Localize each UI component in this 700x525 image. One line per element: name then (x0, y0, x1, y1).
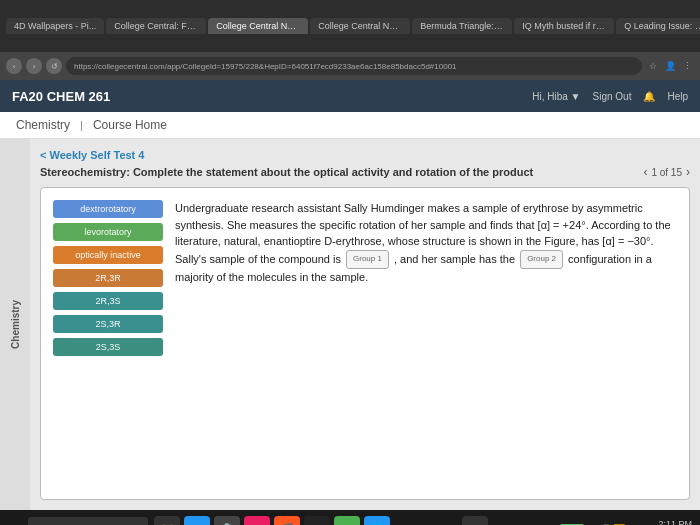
left-sidebar: Chemistry (0, 139, 30, 510)
taskbar: ⊞ here to search 📁 e 🔒 ◉ 🎵 ▣ ◈ 🌐 W 85% ∧… (0, 510, 700, 525)
counter-text: 1 of 15 (651, 167, 682, 178)
taskbar-search[interactable]: here to search (28, 517, 148, 525)
chrome-icon[interactable]: ◉ (244, 516, 270, 525)
choice-2r3s[interactable]: 2R,3S (53, 292, 163, 310)
help-link[interactable]: 🔔 (643, 91, 655, 102)
browser-tabs: 4D Wallpapers - Pi... College Central: F… (6, 18, 700, 34)
edge-icon[interactable]: e (184, 516, 210, 525)
forward-button[interactable]: › (26, 58, 42, 74)
page-area: FA20 CHEM 261 Hi, Hiba ▼ Sign Out 🔔 Help… (0, 80, 700, 510)
help-text[interactable]: Help (667, 91, 688, 102)
sub-header: Chemistry | Course Home (0, 112, 700, 139)
taskbar-right: 85% ∧ 🔊 📶 ENG 2:11 PM 9/6/2020 (560, 519, 692, 525)
question-counter: ‹ 1 of 15 › (643, 165, 690, 179)
content-area: Chemistry < Weekly Self Test 4 Stereoche… (0, 139, 700, 510)
group2-label: Group 2 (527, 254, 556, 263)
taskbar-middle: W (392, 516, 558, 525)
question-box: dextrorotatory levorotatory optically in… (40, 187, 690, 500)
choice-dextrorotatory[interactable]: dextrorotatory (53, 200, 163, 218)
group2-box[interactable]: Group 2 (520, 250, 563, 269)
breadcrumb-link[interactable]: < Weekly Self Test 4 (40, 149, 144, 161)
course-home-link[interactable]: Course Home (93, 118, 167, 132)
tab-college-fro[interactable]: College Central: Fro... (106, 18, 206, 34)
browser-toolbar-icons: ☆ 👤 ⋮ (646, 59, 694, 73)
address-bar[interactable]: https://collegecentral.com/app/CollegeId… (66, 57, 642, 75)
question-text-2: , and her sample has the (394, 253, 515, 265)
choice-levorotatory[interactable]: levorotatory (53, 223, 163, 241)
group1-box[interactable]: Group 1 (346, 250, 389, 269)
app-icon-2[interactable]: ▣ (304, 516, 330, 525)
top-nav: FA20 CHEM 261 Hi, Hiba ▼ Sign Out 🔔 Help (0, 80, 700, 112)
browser-nav-bar: ‹ › ↺ https://collegecentral.com/app/Col… (0, 52, 700, 80)
file-explorer-icon[interactable]: 📁 (154, 516, 180, 525)
word-icon[interactable]: W (462, 516, 488, 525)
browser-chrome: 4D Wallpapers - Pi... College Central: F… (0, 0, 700, 52)
user-greeting[interactable]: Hi, Hiba ▼ (532, 91, 580, 102)
tab-wallpapers[interactable]: 4D Wallpapers - Pi... (6, 18, 104, 34)
reload-button[interactable]: ↺ (46, 58, 62, 74)
back-button[interactable]: ‹ (6, 58, 22, 74)
taskbar-pinned-icons: 📁 e 🔒 ◉ 🎵 ▣ ◈ 🌐 (154, 516, 390, 525)
question-paragraph: Undergraduate research assistant Sally H… (175, 200, 677, 285)
question-content: Undergraduate research assistant Sally H… (175, 200, 677, 487)
section-header: < Weekly Self Test 4 (40, 149, 690, 161)
choice-2s3s[interactable]: 2S,3S (53, 338, 163, 356)
sign-out-link[interactable]: Sign Out (593, 91, 632, 102)
tab-bermuda[interactable]: Bermuda Triangle: F... (412, 18, 512, 34)
start-button[interactable]: ⊞ (4, 518, 26, 525)
tab-college-net-active[interactable]: College Central Net... (208, 18, 308, 34)
group1-label: Group 1 (353, 254, 382, 263)
lock-icon[interactable]: 🔒 (214, 516, 240, 525)
next-arrow[interactable]: › (686, 165, 690, 179)
question-banner: Stereochemistry: Complete the statement … (40, 165, 690, 179)
taskbar-clock[interactable]: 2:11 PM 9/6/2020 (657, 519, 692, 525)
profile-icon[interactable]: 👤 (663, 59, 677, 73)
choice-optically-inactive[interactable]: optically inactive (53, 246, 163, 264)
tab-college-net2[interactable]: College Central Net... (310, 18, 410, 34)
menu-icon[interactable]: ⋮ (680, 59, 694, 73)
separator: | (80, 119, 83, 131)
chemistry-label: Chemistry (10, 300, 21, 349)
sidebar-label-header: Chemistry (16, 118, 70, 132)
bookmark-icon[interactable]: ☆ (646, 59, 660, 73)
app-icon-3[interactable]: ◈ (334, 516, 360, 525)
question-instruction: Stereochemistry: Complete the statement … (40, 166, 533, 178)
music-icon[interactable]: 🎵 (274, 516, 300, 525)
course-title: FA20 CHEM 261 (12, 89, 110, 104)
answer-choices: dextrorotatory levorotatory optically in… (53, 200, 163, 487)
top-nav-links: Hi, Hiba ▼ Sign Out 🔔 Help (532, 91, 688, 102)
app-icon-4[interactable]: 🌐 (364, 516, 390, 525)
prev-arrow[interactable]: ‹ (643, 165, 647, 179)
main-content: < Weekly Self Test 4 Stereochemistry: Co… (30, 139, 700, 510)
tab-leading[interactable]: Q Leading Issue: Sing... (616, 18, 700, 34)
time-display: 2:11 PM (657, 519, 692, 525)
tab-iq[interactable]: IQ Myth busted if res... (514, 18, 614, 34)
breadcrumb-nav: Chemistry | Course Home (16, 118, 167, 132)
choice-2s3r[interactable]: 2S,3R (53, 315, 163, 333)
choice-2r3r[interactable]: 2R,3R (53, 269, 163, 287)
